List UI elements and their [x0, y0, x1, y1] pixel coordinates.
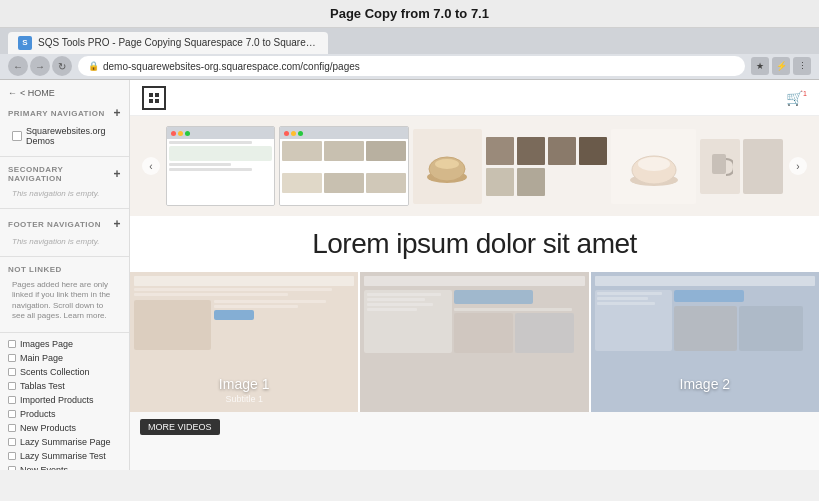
- primary-nav-title: PRIMARY NAVIGATION +: [8, 106, 121, 120]
- page-list: Images Page Main Page Scents Collection …: [0, 337, 129, 470]
- sidebar-page-lazy-summarise[interactable]: Lazy Summarise Page: [0, 435, 129, 449]
- address-bar-row: ← → ↻ 🔒 demo-squarewebsites-org.squaresp…: [0, 54, 819, 80]
- sidebar-page-tablas[interactable]: Tablas Test: [0, 379, 129, 393]
- page-dot-icon: [8, 410, 16, 418]
- panel-1-label: Image 1: [219, 376, 270, 392]
- sidebar-page-new-events[interactable]: New Events: [0, 463, 129, 470]
- nav-buttons: ← → ↻: [8, 56, 72, 76]
- secondary-nav-add-btn[interactable]: +: [113, 167, 121, 181]
- svg-rect-2: [149, 99, 153, 103]
- lorem-section: Lorem ipsum dolor sit amet: [130, 216, 819, 272]
- cart-icon[interactable]: 🛒1: [786, 90, 807, 106]
- svg-rect-3: [155, 99, 159, 103]
- active-tab[interactable]: S SQS Tools PRO - Page Copying Squarespa…: [8, 32, 328, 54]
- page-dot-icon: [8, 382, 16, 390]
- page-dot-icon: [8, 396, 16, 404]
- gallery-images: [166, 126, 783, 206]
- svg-rect-1: [155, 93, 159, 97]
- divider-1: [0, 156, 129, 157]
- sidebar-back-link[interactable]: ← < HOME: [0, 86, 129, 102]
- footer-nav-title: FOOTER NAVIGATION +: [8, 217, 121, 231]
- gallery-item-1: [166, 126, 275, 206]
- content-area: 🛒1 ‹: [130, 80, 819, 470]
- title-bar: Page Copy from 7.0 to 7.1: [0, 0, 819, 28]
- not-linked-note: Pages added here are only linked if you …: [8, 278, 121, 324]
- sidebar-page-products[interactable]: Products: [0, 407, 129, 421]
- sidebar-page-main[interactable]: Main Page: [0, 351, 129, 365]
- extensions-icon[interactable]: ⚡: [772, 57, 790, 75]
- browser-chrome: S SQS Tools PRO - Page Copying Squarespa…: [0, 28, 819, 80]
- primary-nav-section: PRIMARY NAVIGATION + Squarewebsites.org …: [0, 102, 129, 152]
- gallery-prev-arrow[interactable]: ‹: [142, 157, 160, 175]
- reload-button[interactable]: ↻: [52, 56, 72, 76]
- page-label: Imported Products: [20, 395, 94, 405]
- sidebar-page-new-products[interactable]: New Products: [0, 421, 129, 435]
- ss-header-right: 🛒1: [786, 90, 807, 106]
- page-dot-icon: [8, 340, 16, 348]
- gallery-section: ‹: [130, 116, 819, 216]
- back-button[interactable]: ←: [8, 56, 28, 76]
- secondary-nav-empty: This navigation is empty.: [8, 187, 121, 200]
- page-label: New Events: [20, 465, 68, 470]
- tab-label: SQS Tools PRO - Page Copying Squarespace…: [38, 37, 318, 48]
- not-linked-title: NOT LINKED: [8, 265, 121, 274]
- sidebar-page-images[interactable]: Images Page: [0, 337, 129, 351]
- page-label: Images Page: [20, 339, 73, 349]
- bottom-panel-1: Image 1 Subtitle 1: [130, 272, 358, 412]
- primary-nav-add-btn[interactable]: +: [113, 106, 121, 120]
- tab-favicon: S: [18, 36, 32, 50]
- not-linked-section: NOT LINKED Pages added here are only lin…: [0, 261, 129, 328]
- gallery-mug-items: [700, 139, 783, 194]
- footer-nav-add-btn[interactable]: +: [113, 217, 121, 231]
- svg-point-6: [435, 159, 459, 169]
- svg-rect-10: [712, 154, 726, 174]
- panel-1-sublabel: Subtitle 1: [225, 394, 263, 404]
- page-dot-icon: [8, 424, 16, 432]
- sidebar: ← < HOME PRIMARY NAVIGATION + Squarewebs…: [0, 80, 130, 470]
- tab-bar: S SQS Tools PRO - Page Copying Squarespa…: [0, 28, 819, 54]
- more-videos-button[interactable]: MORE VIDEOS: [140, 419, 220, 435]
- page-label: New Products: [20, 423, 76, 433]
- main-area: ← < HOME PRIMARY NAVIGATION + Squarewebs…: [0, 80, 819, 470]
- bottom-gallery: Image 1 Subtitle 1: [130, 272, 819, 412]
- forward-button[interactable]: →: [30, 56, 50, 76]
- page-label: Tablas Test: [20, 381, 65, 391]
- panel-3-label: Image 2: [680, 376, 731, 392]
- svg-point-9: [638, 157, 670, 171]
- bottom-panel-2: [358, 272, 590, 412]
- gallery-small-items: [486, 137, 607, 196]
- page-dot-icon: [8, 354, 16, 362]
- page-dot-icon: [8, 368, 16, 376]
- svg-rect-0: [149, 93, 153, 97]
- address-text: demo-squarewebsites-org.squarespace.com/…: [103, 61, 360, 72]
- gallery-next-arrow[interactable]: ›: [789, 157, 807, 175]
- page-label: Products: [20, 409, 56, 419]
- ss-logo: [142, 86, 166, 110]
- secondary-nav-title: SECONDARY NAVIGATION +: [8, 165, 121, 183]
- page-label: Scents Collection: [20, 367, 90, 377]
- sidebar-item-squarewebsites[interactable]: Squarewebsites.org Demos: [8, 124, 121, 148]
- bookmark-icon[interactable]: ★: [751, 57, 769, 75]
- gallery-item-bowl2: [611, 129, 696, 204]
- page-label: Lazy Summarise Test: [20, 451, 106, 461]
- divider-2: [0, 208, 129, 209]
- sidebar-page-lazy-test[interactable]: Lazy Summarise Test: [0, 449, 129, 463]
- sidebar-item-label: Squarewebsites.org Demos: [26, 126, 117, 146]
- page-preview: 🛒1 ‹: [130, 80, 819, 470]
- panel-2-content: [360, 272, 588, 412]
- sidebar-page-scents[interactable]: Scents Collection: [0, 365, 129, 379]
- page-dot-icon: [8, 466, 16, 470]
- page-dot-icon: [8, 452, 16, 460]
- window-title: Page Copy from 7.0 to 7.1: [330, 6, 489, 21]
- page-dot-icon: [8, 438, 16, 446]
- footer-nav-section: FOOTER NAVIGATION + This navigation is e…: [0, 213, 129, 252]
- bottom-panel-3: Image 2: [591, 272, 819, 412]
- gallery-item-2: [279, 126, 408, 206]
- address-field[interactable]: 🔒 demo-squarewebsites-org.squarespace.co…: [78, 56, 745, 76]
- footer-nav-empty: This navigation is empty.: [8, 235, 121, 248]
- menu-icon[interactable]: ⋮: [793, 57, 811, 75]
- page-icon: [12, 131, 22, 141]
- lorem-title: Lorem ipsum dolor sit amet: [180, 228, 769, 260]
- sidebar-page-imported[interactable]: Imported Products: [0, 393, 129, 407]
- browser-actions: ★ ⚡ ⋮: [751, 57, 811, 75]
